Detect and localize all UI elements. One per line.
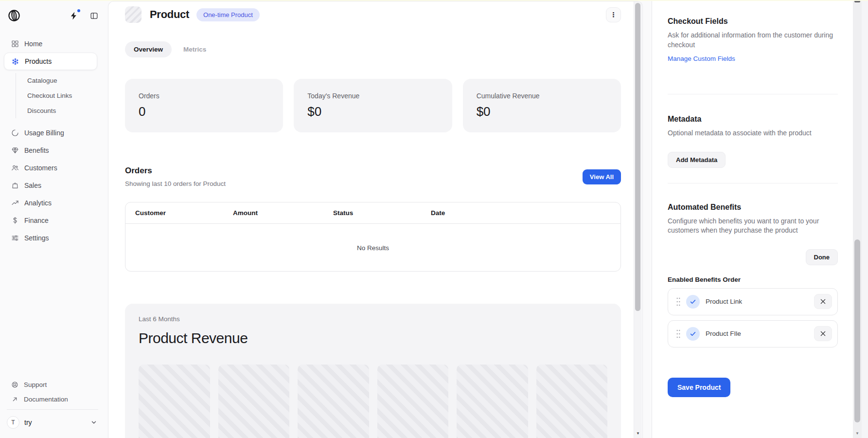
analytics-icon	[11, 199, 19, 207]
usage-billing-icon	[11, 129, 19, 137]
stat-label: Cumulative Revenue	[477, 92, 607, 100]
product-type-badge: One-time Product	[196, 8, 260, 21]
home-icon	[11, 40, 19, 48]
user-menu[interactable]: T try	[4, 412, 101, 433]
chart-placeholder-bar	[377, 365, 449, 438]
avatar: T	[7, 416, 19, 429]
user-name: try	[24, 419, 32, 426]
sidebar-item-checkout-links[interactable]: Checkout Links	[16, 88, 97, 103]
automated-benefits-title: Automated Benefits	[668, 203, 838, 212]
scroll-down-arrow-icon[interactable]: ▼	[853, 431, 862, 436]
checkout-fields-section: Checkout Fields Ask for additional infor…	[668, 17, 838, 94]
manage-custom-fields-link[interactable]: Manage Custom Fields	[668, 55, 735, 62]
sidebar-item-analytics[interactable]: Analytics	[4, 194, 97, 212]
stat-label: Orders	[139, 92, 269, 100]
enabled-benefits-order-label: Enabled Benefits Order	[668, 276, 838, 283]
sidebar-nav: Home Products Catalogue Checkout Links D…	[4, 36, 97, 247]
main-scrollbar-thumb[interactable]	[635, 3, 640, 311]
drag-handle-icon[interactable]	[675, 327, 682, 341]
sidebar-item-label: Home	[24, 40, 42, 48]
remove-benefit-button[interactable]	[814, 294, 832, 309]
sidebar-item-label: Settings	[24, 234, 49, 242]
orders-table: Customer Amount Status Date No Results	[125, 202, 621, 272]
metadata-description: Optional metadata to associate with the …	[668, 128, 838, 138]
orders-table-header: Customer Amount Status Date	[125, 202, 620, 224]
sidebar-item-support[interactable]: Support	[4, 377, 101, 392]
top-accent-line	[0, 0, 868, 1]
stat-value: $0	[307, 104, 438, 119]
save-product-button[interactable]: Save Product	[668, 378, 730, 397]
chart-placeholder-bar	[298, 365, 369, 438]
product-header: Product One-time Product ⋮	[125, 5, 621, 24]
chart-placeholder-bar	[457, 365, 528, 438]
sidebar-item-documentation[interactable]: Documentation	[4, 392, 101, 406]
sidebar-header	[0, 1, 108, 23]
scroll-down-arrow-icon[interactable]: ▼	[634, 431, 642, 436]
benefit-label: Product Link	[706, 298, 742, 305]
remove-benefit-button[interactable]	[814, 326, 832, 341]
sidebar-item-customers[interactable]: Customers	[4, 159, 97, 177]
automated-benefits-section: Automated Benefits Configure which benef…	[668, 183, 838, 397]
polar-logo[interactable]	[7, 8, 21, 23]
product-revenue-chart-card: Last 6 Months Product Revenue	[125, 304, 621, 438]
stat-label: Today's Revenue	[307, 92, 438, 100]
enabled-benefits-list: Product Link	[668, 288, 838, 347]
chart-placeholder-bar	[218, 365, 290, 438]
drag-handle-icon[interactable]	[675, 295, 682, 309]
done-button[interactable]: Done	[806, 249, 838, 265]
sidebar: Home Products Catalogue Checkout Links D…	[0, 1, 108, 438]
product-options-button[interactable]: ⋮	[606, 7, 621, 22]
sidebar-item-home[interactable]: Home	[4, 36, 97, 52]
sidebar-footer: Support Documentation T try	[4, 377, 101, 433]
chevron-down-icon	[90, 419, 97, 426]
add-metadata-button[interactable]: Add Metadata	[668, 152, 726, 168]
sidebar-item-finance[interactable]: Finance	[4, 212, 97, 229]
orders-empty-state: No Results	[125, 224, 620, 272]
chart-period-label: Last 6 Months	[139, 315, 607, 323]
chart-placeholder-bars	[139, 365, 607, 438]
chart-placeholder-bar	[536, 365, 608, 438]
sidebar-item-settings[interactable]: Settings	[4, 229, 97, 247]
stat-value: 0	[139, 104, 269, 119]
checkout-fields-description: Ask for additional information from the …	[668, 31, 838, 50]
sidebar-item-label: Finance	[24, 217, 49, 224]
stat-value: $0	[477, 104, 607, 119]
collapse-sidebar-icon[interactable]	[89, 10, 99, 21]
sidebar-item-label: Analytics	[24, 199, 52, 207]
tab-metrics[interactable]: Metrics	[183, 41, 206, 57]
panel-scrollbar-thumb[interactable]	[854, 239, 860, 422]
column-status: Status	[323, 209, 421, 217]
benefits-icon	[11, 146, 19, 155]
checkout-fields-title: Checkout Fields	[668, 17, 838, 26]
settings-icon	[11, 234, 19, 242]
column-customer: Customer	[125, 209, 223, 217]
benefit-checked-icon	[686, 295, 700, 309]
notifications-bolt-icon[interactable]	[68, 10, 79, 21]
sidebar-item-usage-billing[interactable]: Usage Billing	[4, 124, 97, 142]
orders-title: Orders	[125, 166, 226, 176]
main-content: Product One-time Product ⋮ Overview Metr…	[108, 1, 643, 438]
page-title: Product	[150, 8, 189, 21]
panel-scrollbar: ▼	[853, 0, 862, 438]
sidebar-item-sales[interactable]: Sales	[4, 177, 97, 194]
sidebar-item-label: Benefits	[24, 146, 49, 154]
sidebar-item-catalogue[interactable]: Catalogue	[16, 73, 97, 88]
chart-title: Product Revenue	[139, 330, 607, 347]
benefit-item-product-link: Product Link	[668, 288, 838, 315]
sub-item-label: Catalogue	[27, 77, 57, 84]
product-thumbnail-placeholder	[125, 6, 142, 23]
sidebar-item-label: Sales	[24, 182, 41, 189]
tab-overview[interactable]: Overview	[125, 41, 172, 57]
external-link-icon	[11, 395, 18, 403]
benefit-label: Product FIle	[706, 330, 741, 337]
view-all-button[interactable]: View All	[583, 169, 621, 184]
notification-dot	[77, 9, 80, 12]
automated-benefits-description: Configure which benefits you want to gra…	[668, 217, 838, 236]
sidebar-item-products[interactable]: Products	[4, 53, 97, 70]
orders-subtitle: Showing last 10 orders for Product	[125, 180, 226, 187]
stat-card-todays-revenue: Today's Revenue $0	[294, 79, 452, 132]
sidebar-item-benefits[interactable]: Benefits	[4, 142, 97, 159]
sidebar-item-discounts[interactable]: Discounts	[16, 103, 97, 118]
stat-card-cumulative-revenue: Cumulative Revenue $0	[463, 79, 621, 132]
main-scrollbar: ▼	[634, 1, 642, 438]
